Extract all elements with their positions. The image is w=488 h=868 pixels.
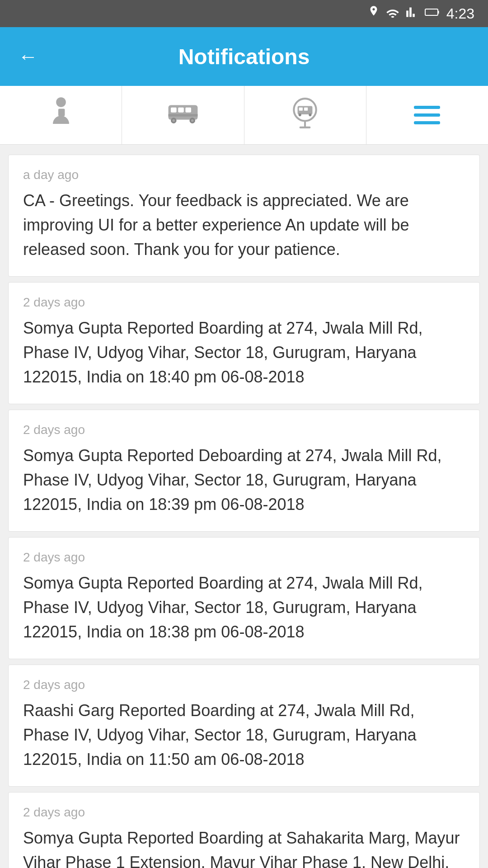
notification-card[interactable]: 2 days agoSomya Gupta Reported Deboardin…	[8, 410, 480, 532]
notification-card[interactable]: a day agoCA - Greetings. Your feedback i…	[8, 155, 480, 277]
svg-rect-15	[299, 108, 303, 111]
svg-rect-0	[425, 9, 438, 15]
notification-text: Raashi Garg Reported Boarding at 274, Jw…	[23, 698, 465, 772]
tab-bus[interactable]	[122, 86, 244, 144]
notification-time: 2 days ago	[23, 550, 465, 565]
notification-time: 2 days ago	[23, 295, 465, 310]
svg-rect-3	[58, 108, 65, 116]
svg-point-2	[56, 97, 66, 107]
status-time: 4:23	[446, 5, 474, 22]
bus-icon	[167, 97, 199, 133]
person-icon	[45, 97, 77, 133]
notification-card[interactable]: 2 days agoSomya Gupta Reported Boarding …	[8, 282, 480, 404]
signal-icon	[406, 6, 418, 22]
svg-rect-12	[168, 114, 197, 116]
notification-card[interactable]: 2 days agoRaashi Garg Reported Boarding …	[8, 665, 480, 787]
page-title: Notifications	[178, 44, 310, 69]
wifi-icon	[386, 7, 399, 21]
location-icon	[368, 5, 380, 23]
notification-time: 2 days ago	[23, 423, 465, 437]
tab-transit[interactable]	[244, 86, 366, 144]
svg-point-11	[191, 119, 193, 122]
transit-icon	[289, 97, 321, 133]
svg-point-17	[299, 113, 301, 116]
tab-bar	[0, 86, 488, 145]
battery-icon	[425, 7, 440, 21]
status-icons: 4:23	[368, 5, 474, 23]
tab-person[interactable]	[0, 86, 122, 144]
tab-menu[interactable]	[366, 86, 488, 144]
notification-text: Somya Gupta Reported Deboarding at 274, …	[23, 443, 465, 517]
menu-line-3	[414, 121, 440, 124]
svg-rect-7	[185, 108, 191, 113]
notification-time: 2 days ago	[23, 678, 465, 692]
menu-icon	[414, 106, 440, 124]
notification-text: Somya Gupta Reported Boarding at Sahakar…	[23, 826, 465, 868]
status-bar: 4:23	[0, 0, 488, 27]
svg-point-9	[172, 119, 174, 122]
notifications-list: a day agoCA - Greetings. Your feedback i…	[0, 145, 488, 868]
notification-text: Somya Gupta Reported Boarding at 274, Jw…	[23, 316, 465, 389]
back-button[interactable]: ←	[18, 47, 38, 66]
notification-text: CA - Greetings. Your feedback is appreci…	[23, 189, 465, 262]
svg-rect-5	[171, 108, 177, 113]
svg-rect-16	[304, 108, 308, 111]
menu-line-2	[414, 113, 440, 117]
notification-card[interactable]: 2 days agoSomya Gupta Reported Boarding …	[8, 792, 480, 868]
svg-point-18	[309, 113, 311, 116]
menu-line-1	[414, 106, 440, 109]
svg-rect-6	[178, 108, 184, 113]
notification-time: a day ago	[23, 168, 465, 182]
app-header: ← Notifications	[0, 27, 488, 86]
notification-text: Somya Gupta Reported Boarding at 274, Jw…	[23, 571, 465, 644]
notification-time: 2 days ago	[23, 805, 465, 820]
notification-card[interactable]: 2 days agoSomya Gupta Reported Boarding …	[8, 537, 480, 659]
svg-rect-20	[300, 127, 311, 128]
